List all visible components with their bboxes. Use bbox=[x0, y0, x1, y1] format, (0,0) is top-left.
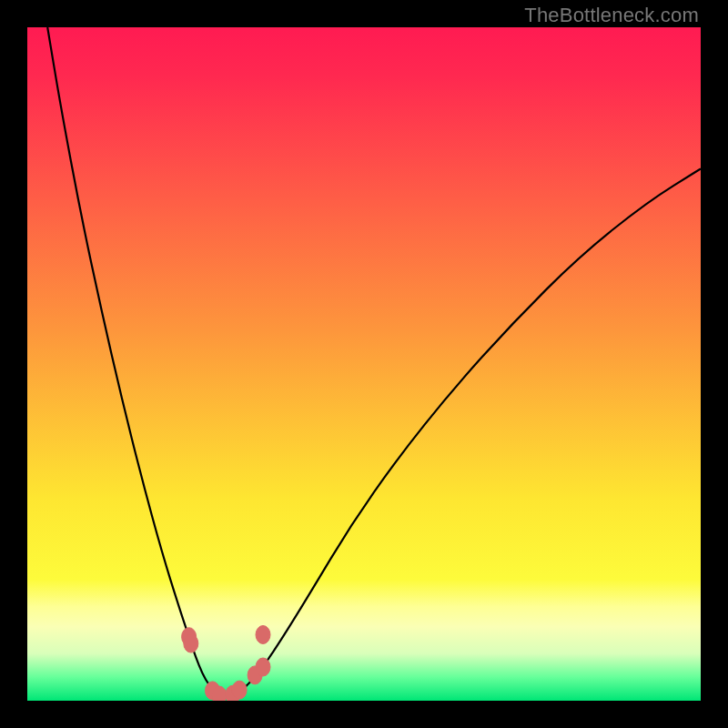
data-marker bbox=[256, 625, 270, 643]
plot-area bbox=[27, 27, 701, 701]
bottleneck-curve bbox=[47, 27, 701, 697]
data-marker bbox=[212, 686, 227, 701]
data-marker bbox=[184, 634, 198, 652]
data-markers bbox=[182, 625, 270, 701]
data-marker bbox=[256, 658, 270, 676]
data-marker bbox=[232, 681, 247, 699]
watermark-text: TheBottleneck.com bbox=[524, 4, 699, 27]
chart-frame: TheBottleneck.com bbox=[0, 0, 728, 728]
curve-layer bbox=[27, 27, 701, 701]
